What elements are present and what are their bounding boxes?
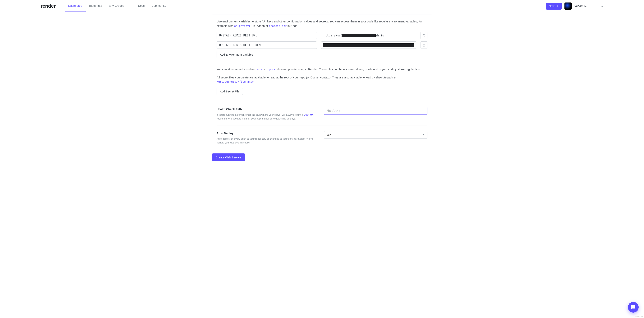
auto-deploy-label: Auto Deploy — [216, 131, 316, 136]
settings-card: Use environment variables to store API k… — [212, 15, 432, 149]
auto-deploy-row: Auto Deploy Auto-deploy on every push to… — [216, 125, 428, 145]
nav-dashboard[interactable]: Dashboard — [65, 0, 86, 12]
add-secret-file-button[interactable]: Add Secret File — [216, 88, 243, 95]
new-button-label: New — [549, 5, 554, 8]
auto-deploy-left: Auto Deploy Auto-deploy on every push to… — [216, 131, 316, 145]
env-intro-text-2: in Python or — [252, 24, 269, 28]
health-check-left: Health Check Path If you're running a se… — [216, 107, 316, 121]
new-button[interactable]: New ＋ — [546, 3, 562, 10]
secret-files-section: You can store secret files (like .env or… — [216, 63, 428, 95]
code-npmrc: .npmrc — [266, 68, 276, 71]
delete-env-var-button[interactable] — [420, 32, 428, 39]
env-var-row — [216, 32, 428, 39]
app-header: render Dashboard Blueprints Env Groups D… — [0, 0, 644, 12]
brand-logo[interactable]: render — [41, 2, 56, 10]
username-label[interactable]: Vedant A. — [574, 4, 587, 8]
env-key-input[interactable] — [216, 42, 317, 49]
env-intro-text-3: in Node. — [287, 24, 298, 28]
auto-deploy-right: Yes — [324, 131, 428, 145]
text: All secret files you create are availabl… — [216, 76, 396, 79]
text: You can store secret files (like — [216, 68, 256, 71]
nav-blueprints[interactable]: Blueprints — [86, 0, 106, 12]
add-env-var-button[interactable]: Add Environment Variable — [216, 51, 256, 58]
env-var-row — [216, 42, 428, 49]
code-secret-path: /etc/secrets/<filename> — [216, 80, 254, 83]
header-right: New ＋ Vedant A. ⌄ — [546, 3, 603, 10]
delete-env-var-button[interactable] — [420, 42, 428, 49]
primary-nav: Dashboard Blueprints Env Groups Docs Com… — [65, 0, 170, 12]
health-check-label: Health Check Path — [216, 107, 316, 111]
text: or — [262, 68, 266, 71]
create-web-service-button[interactable]: Create Web Service — [212, 153, 245, 161]
env-value-wrap — [321, 32, 416, 39]
nav-community[interactable]: Community — [148, 0, 170, 12]
code-200-ok: 200 OK — [304, 113, 314, 116]
env-key-input[interactable] — [216, 32, 317, 39]
code-python-getenv: os.getenv() — [234, 24, 252, 28]
env-value-input[interactable] — [321, 42, 416, 49]
env-intro: Use environment variables to store API k… — [216, 19, 428, 28]
health-check-right — [324, 107, 428, 121]
secret-files-para-1: You can store secret files (like .env or… — [216, 67, 428, 72]
text: files and private keys) in Render. These… — [276, 68, 421, 71]
page-content: Use environment variables to store API k… — [212, 15, 432, 173]
auto-deploy-select[interactable]: Yes — [324, 131, 428, 139]
health-check-input[interactable] — [324, 107, 428, 115]
trash-icon — [422, 44, 426, 47]
auto-deploy-help: Auto-deploy on every push to your reposi… — [216, 137, 316, 144]
text: . — [254, 80, 254, 83]
secret-files-para-2: All secret files you create are availabl… — [216, 75, 428, 84]
text: If you're running a server, enter the pa… — [216, 113, 304, 116]
nav-env-groups[interactable]: Env Groups — [106, 0, 128, 12]
trash-icon — [422, 34, 426, 37]
env-value-input[interactable] — [321, 32, 416, 39]
env-value-wrap — [321, 42, 416, 49]
health-check-help: If you're running a server, enter the pa… — [216, 113, 316, 121]
chevron-down-icon[interactable]: ⌄ — [601, 4, 603, 8]
text: response. We use it to monitor your app … — [216, 117, 296, 120]
code-dotenv: .env — [256, 68, 262, 71]
avatar[interactable] — [564, 3, 572, 10]
nav-docs[interactable]: Docs — [134, 0, 148, 12]
health-check-row: Health Check Path If you're running a se… — [216, 101, 428, 121]
plus-icon: ＋ — [556, 5, 559, 8]
code-node-processenv: process.env — [269, 24, 287, 28]
